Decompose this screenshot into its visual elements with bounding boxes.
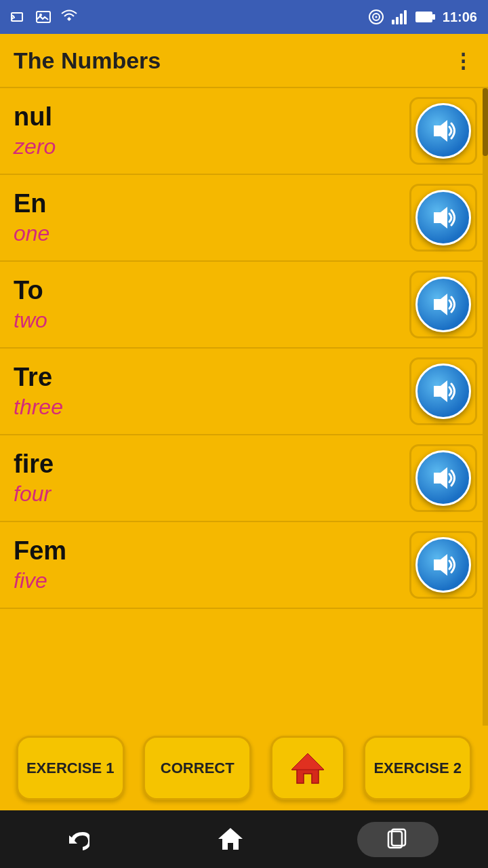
- svg-rect-7: [392, 20, 394, 24]
- image-icon: [35, 9, 52, 25]
- word-text-word-two: Totwo: [14, 276, 47, 333]
- clock: 11:06: [443, 9, 477, 25]
- word-row-word-zero: nulzero: [0, 88, 488, 175]
- status-icons-left: [11, 9, 79, 25]
- status-bar: 11:06: [0, 0, 488, 34]
- word-translation-word-four: four: [14, 481, 54, 507]
- menu-button[interactable]: ⋮: [453, 49, 474, 73]
- signal-icon: [391, 9, 409, 25]
- page-title: The Numbers: [14, 47, 161, 74]
- bottom-buttons: EXERCISE 1 CORRECT EXERCISE 2: [0, 726, 488, 810]
- bottom-nav: [0, 810, 488, 868]
- sound-wave-icon: [428, 203, 458, 233]
- word-row-word-two: Totwo: [0, 262, 488, 349]
- scrollbar-track: [483, 88, 488, 726]
- word-text-word-four: firefour: [14, 450, 54, 507]
- word-main-word-three: Tre: [14, 363, 63, 392]
- sound-wave-icon: [428, 376, 458, 406]
- svg-rect-12: [432, 14, 435, 20]
- sound-wave-icon: [428, 550, 458, 580]
- svg-marker-20: [291, 753, 324, 770]
- word-text-word-three: Trethree: [14, 363, 63, 420]
- svg-marker-15: [434, 294, 447, 315]
- word-row-word-four: firefour: [0, 435, 488, 522]
- svg-rect-10: [404, 10, 407, 24]
- word-text-word-zero: nulzero: [14, 102, 56, 159]
- word-row-word-one: Enone: [0, 175, 488, 262]
- word-list: nulzero Enone Totwo Trethree firefour Fe…: [0, 88, 488, 609]
- svg-marker-18: [434, 554, 447, 576]
- svg-rect-8: [396, 17, 399, 24]
- svg-rect-11: [415, 12, 432, 22]
- home-nav-button[interactable]: [203, 819, 258, 860]
- recents-button[interactable]: [357, 822, 439, 857]
- word-translation-word-two: two: [14, 308, 47, 333]
- home-button[interactable]: [270, 736, 345, 800]
- sound-button-word-four[interactable]: [409, 444, 477, 512]
- sound-wave-icon: [428, 290, 458, 319]
- sound-button-word-two[interactable]: [409, 271, 477, 338]
- svg-rect-0: [12, 13, 22, 21]
- exercise2-button[interactable]: EXERCISE 2: [363, 736, 472, 800]
- word-main-word-two: To: [14, 276, 47, 305]
- word-translation-word-five: five: [14, 568, 66, 593]
- word-text-word-one: Enone: [14, 189, 49, 246]
- exercise1-button[interactable]: EXERCISE 1: [16, 736, 125, 800]
- sound-button-word-three[interactable]: [409, 357, 477, 425]
- word-text-word-five: Femfive: [14, 536, 66, 593]
- cast-icon: [11, 9, 27, 25]
- back-button[interactable]: [49, 819, 104, 860]
- word-row-word-three: Trethree: [0, 349, 488, 435]
- main-content: nulzero Enone Totwo Trethree firefour Fe…: [0, 88, 488, 726]
- word-main-word-five: Fem: [14, 536, 66, 566]
- house-icon: [290, 751, 325, 786]
- word-translation-word-one: one: [14, 221, 49, 246]
- word-translation-word-three: three: [14, 395, 63, 420]
- word-main-word-four: fire: [14, 450, 54, 479]
- svg-marker-16: [434, 380, 447, 402]
- svg-marker-14: [434, 207, 447, 229]
- svg-marker-13: [434, 120, 447, 142]
- correct-button[interactable]: CORRECT: [143, 736, 251, 800]
- word-translation-word-zero: zero: [14, 134, 56, 159]
- word-main-word-zero: nul: [14, 102, 56, 132]
- wireless-icon: [60, 9, 79, 25]
- svg-marker-17: [434, 467, 447, 489]
- target-icon: [368, 9, 384, 25]
- recents-icon: [386, 827, 410, 852]
- sound-wave-icon: [428, 116, 458, 146]
- svg-marker-22: [218, 828, 243, 839]
- sound-button-word-one[interactable]: [409, 184, 477, 252]
- word-main-word-one: En: [14, 189, 49, 218]
- status-icons-right: 11:06: [368, 9, 477, 25]
- scrollbar-thumb: [483, 88, 488, 156]
- back-icon: [64, 827, 89, 852]
- sound-button-word-five[interactable]: [409, 531, 477, 599]
- sound-wave-icon: [428, 463, 458, 493]
- app-header: The Numbers ⋮: [0, 34, 488, 88]
- sound-button-word-zero[interactable]: [409, 97, 477, 165]
- battery-icon: [415, 9, 436, 24]
- svg-point-6: [375, 16, 377, 18]
- home-nav-icon: [218, 827, 243, 852]
- svg-rect-9: [400, 14, 403, 24]
- word-row-word-five: Femfive: [0, 522, 488, 609]
